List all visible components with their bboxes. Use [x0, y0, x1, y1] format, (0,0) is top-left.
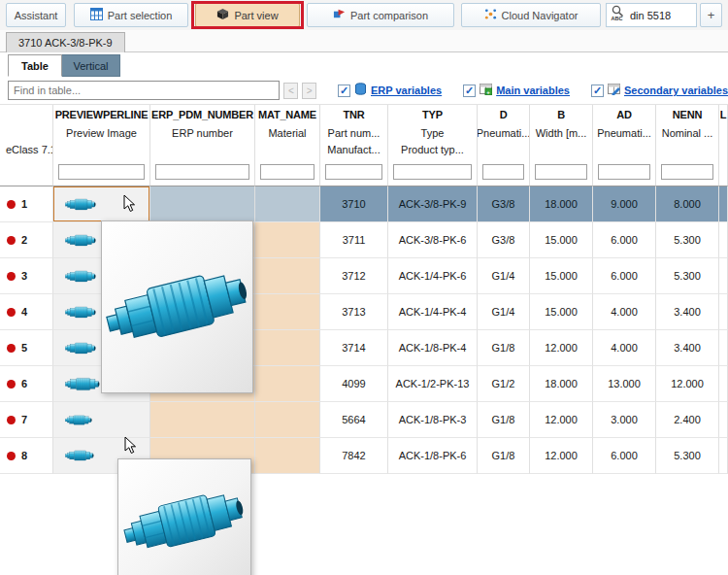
nenn-cell[interactable]: 8.000: [656, 186, 719, 222]
nenn-cell[interactable]: 5.300: [656, 438, 719, 474]
tab-part-comparison[interactable]: Part comparison: [307, 3, 454, 27]
table-row[interactable]: 8 7842 ACK-1/8-PK-6 G1/8 12.000 6.000 5.…: [0, 438, 728, 474]
col-header-l[interactable]: L: [719, 105, 728, 124]
row-header[interactable]: 3: [0, 258, 53, 294]
column-filter-input[interactable]: [535, 164, 587, 180]
b-cell[interactable]: 12.000: [530, 402, 593, 438]
b-cell[interactable]: 18.000: [530, 366, 593, 402]
search-box[interactable]: ABC: [606, 3, 697, 27]
col-header-mat[interactable]: MAT_NAME: [255, 105, 320, 124]
tnr-cell[interactable]: 3712: [320, 258, 388, 294]
erp-number-cell[interactable]: [150, 402, 255, 438]
tnr-cell[interactable]: 3714: [320, 330, 388, 366]
table-row[interactable]: 7 5664 ACK-1/8-PK-3 G1/8 12.000 3.000 2.…: [0, 402, 728, 438]
material-cell[interactable]: [255, 186, 320, 222]
d-cell[interactable]: G1/8: [478, 402, 530, 438]
d-cell[interactable]: G1/4: [478, 294, 530, 330]
tab-part-view[interactable]: Part view: [195, 3, 300, 27]
tab-assistant[interactable]: Assistant: [6, 3, 66, 27]
nenn-cell[interactable]: 5.300: [656, 258, 719, 294]
secondary-variables-toggle[interactable]: ✓ Secondary variables: [591, 82, 728, 99]
main-variables-checkbox[interactable]: ✓: [463, 85, 476, 97]
column-filter-input[interactable]: [661, 164, 713, 180]
typ-cell[interactable]: ACK-1/4-PK-6: [388, 258, 478, 294]
erp-variables-checkbox[interactable]: ✓: [338, 85, 350, 97]
b-cell[interactable]: 12.000: [530, 438, 593, 474]
col-header-d[interactable]: D: [478, 105, 530, 124]
tnr-cell[interactable]: 7842: [320, 438, 388, 474]
col-header-b[interactable]: B: [530, 105, 593, 124]
preview-cell[interactable]: [53, 402, 150, 438]
main-variables-link[interactable]: Main variables: [496, 85, 570, 96]
material-cell[interactable]: [255, 294, 320, 330]
row-header[interactable]: 1: [0, 186, 53, 222]
secondary-variables-link[interactable]: Secondary variables: [624, 85, 728, 96]
col-header-nenn[interactable]: NENN: [656, 105, 719, 124]
column-filter-input[interactable]: [58, 164, 145, 180]
document-tab[interactable]: 3710 ACK-3/8-PK-9: [6, 32, 125, 52]
tab-cloud-navigator[interactable]: Cloud Navigator: [461, 3, 601, 27]
l-cell[interactable]: [719, 438, 728, 474]
find-in-table-input[interactable]: [8, 81, 280, 100]
ad-cell[interactable]: 4.000: [593, 330, 656, 366]
typ-cell[interactable]: ACK-1/8-PK-6: [388, 438, 478, 474]
b-cell[interactable]: 15.000: [530, 294, 593, 330]
l-cell[interactable]: [719, 186, 728, 222]
row-header[interactable]: 7: [0, 402, 53, 438]
col-header-tnr[interactable]: TNR: [320, 105, 388, 124]
tab-vertical-view[interactable]: Vertical: [62, 54, 120, 77]
d-cell[interactable]: G1/8: [478, 330, 530, 366]
typ-cell[interactable]: ACK-1/8-PK-4: [388, 330, 478, 366]
column-filter-input[interactable]: [393, 164, 472, 180]
tnr-cell[interactable]: 4099: [320, 366, 388, 402]
l-cell[interactable]: [719, 330, 728, 366]
l-cell[interactable]: [719, 294, 728, 330]
nenn-cell[interactable]: 12.000: [656, 366, 719, 402]
ad-cell[interactable]: 6.000: [593, 438, 656, 474]
d-cell[interactable]: G1/4: [478, 258, 530, 294]
material-cell[interactable]: [255, 366, 320, 402]
nenn-cell[interactable]: 3.400: [656, 294, 719, 330]
row-header[interactable]: 4: [0, 294, 53, 330]
nenn-cell[interactable]: 5.300: [656, 222, 719, 258]
ad-cell[interactable]: 13.000: [593, 366, 656, 402]
column-filter-input[interactable]: [260, 164, 314, 180]
column-filter-input[interactable]: [598, 164, 650, 180]
typ-cell[interactable]: ACK-1/2-PK-13: [388, 366, 478, 402]
find-previous-button[interactable]: <: [283, 83, 298, 99]
tnr-cell[interactable]: 5664: [320, 402, 388, 438]
ad-cell[interactable]: 9.000: [593, 186, 656, 222]
column-filter-input[interactable]: [325, 164, 382, 180]
add-search-button[interactable]: +: [700, 3, 722, 27]
row-header[interactable]: 8: [0, 438, 53, 474]
d-cell[interactable]: G1/8: [478, 438, 530, 474]
search-input[interactable]: [628, 9, 686, 22]
typ-cell[interactable]: ACK-1/8-PK-3: [388, 402, 478, 438]
main-variables-toggle[interactable]: ✓ + Main variables: [463, 82, 570, 99]
b-cell[interactable]: 15.000: [530, 258, 593, 294]
erp-variables-link[interactable]: ERP variables: [371, 85, 442, 96]
erp-variables-toggle[interactable]: ✓ ERP variables: [338, 82, 442, 99]
typ-cell[interactable]: ACK-3/8-PK-9: [388, 186, 478, 222]
col-header-preview[interactable]: PREVIEWPERLINE: [53, 105, 150, 124]
table-row[interactable]: 1 3710 ACK-3/8-PK-9 G3/8 18.000 9.000 8.…: [0, 186, 728, 222]
ad-cell[interactable]: 3.000: [593, 402, 656, 438]
material-cell[interactable]: [255, 438, 320, 474]
ad-cell[interactable]: 6.000: [593, 258, 656, 294]
tnr-cell[interactable]: 3713: [320, 294, 388, 330]
tab-table-view[interactable]: Table: [8, 54, 62, 77]
d-cell[interactable]: G3/8: [478, 222, 530, 258]
ad-cell[interactable]: 6.000: [593, 222, 656, 258]
material-cell[interactable]: [255, 258, 320, 294]
l-cell[interactable]: [719, 366, 728, 402]
tnr-cell[interactable]: 3710: [320, 186, 388, 222]
erp-number-cell[interactable]: [150, 186, 255, 222]
column-filter-input[interactable]: [482, 164, 524, 180]
material-cell[interactable]: [255, 330, 320, 366]
d-cell[interactable]: G1/2: [478, 366, 530, 402]
find-next-button[interactable]: >: [302, 83, 316, 99]
nenn-cell[interactable]: 3.400: [656, 330, 719, 366]
material-cell[interactable]: [255, 222, 320, 258]
col-header-ad[interactable]: AD: [593, 105, 656, 124]
b-cell[interactable]: 15.000: [530, 222, 593, 258]
